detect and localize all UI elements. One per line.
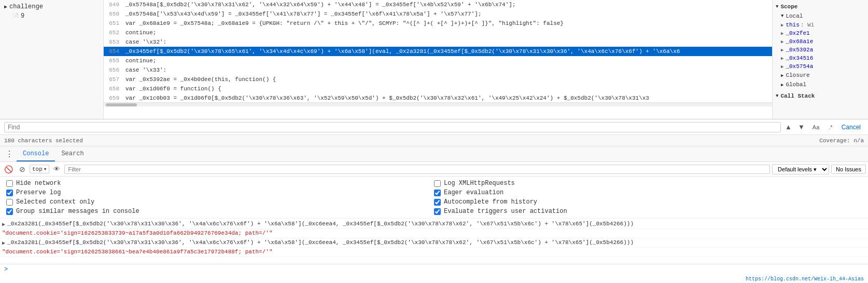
scope-item-arrow: ▶	[781, 47, 783, 53]
scope-item-name: _0x5392a	[786, 47, 813, 53]
console-entry[interactable]: ▶_0x2a3281(_0x3455ef[$_0x5db2('\x30\x78\…	[0, 220, 868, 229]
eye-button[interactable]: 👁	[51, 164, 62, 174]
file-tree-root[interactable]: ▶ challenge	[0, 2, 103, 11]
line-content: _0x57548a[$_0x5db2('\x30\x78\x31\x62', '…	[123, 2, 516, 8]
checkbox-hide-network[interactable]	[6, 180, 13, 187]
top-dropdown-icon: ▾	[44, 166, 47, 172]
no-issues-button[interactable]: No Issues	[831, 165, 866, 174]
entry-text: "document.cookie='sign=1626253833739~a17…	[2, 230, 864, 236]
find-cancel-button[interactable]: Cancel	[838, 123, 864, 132]
console-toolbar: 🚫 ⊘ top ▾ 👁 Default levels ▾ No Issues	[0, 162, 868, 177]
code-line-651: 651 var _0x68a1e9 = _0x57548a; _0x68a1e9…	[104, 19, 772, 28]
find-next-button[interactable]: ▼	[796, 122, 807, 132]
scope-header[interactable]: ▼ Scope	[773, 2, 868, 11]
scope-section: ▼ Scope ▼ Local ▶ this : Wi▶ _0x2fe1 ▶ _…	[773, 0, 868, 91]
checkbox-autocomplete[interactable]	[434, 199, 441, 206]
line-content: continue;	[123, 58, 156, 64]
console-entry[interactable]: "document.cookie='sign=1626253838661~bea…	[0, 248, 868, 257]
line-content: continue;	[123, 30, 156, 36]
code-line-659: 659 var _0x1c0b03 = _0x1d06f0[$_0x5db2('…	[104, 93, 772, 102]
call-stack-arrow: ▼	[776, 93, 778, 99]
checkbox-group-similar[interactable]	[6, 208, 13, 215]
line-content: _0x3455ef[$_0x5db2('\x30\x78\x65\x61', '…	[123, 48, 680, 55]
code-line-649: 649 _0x57548a[$_0x5db2('\x30\x78\x31\x62…	[104, 0, 772, 9]
top-label: top	[32, 166, 43, 172]
global-header[interactable]: ▶ Global	[773, 80, 868, 89]
settings-col-left: Hide networkPreserve logSelected context…	[6, 180, 434, 215]
code-line-650: 650 _0x57548a['\x53\x43\x4d\x59'] = _0x3…	[104, 9, 772, 19]
scope-item-this[interactable]: ▶ this : Wi	[773, 21, 868, 29]
checkbox-log-xml[interactable]	[434, 180, 441, 187]
line-number: 656	[104, 67, 123, 73]
console-entry[interactable]: "document.cookie='sign=1626253833739~a17…	[0, 229, 868, 238]
line-content: var _0x5392ae = _0x4b0dee(this, function…	[123, 76, 276, 83]
scope-item-arrow: ▶	[781, 39, 783, 45]
scope-item-_0x2fe1[interactable]: ▶ _0x2fe1	[773, 29, 868, 37]
scope-item-_0x68a1e[interactable]: ▶ _0x68a1e	[773, 37, 868, 46]
code-scrollbar[interactable]	[104, 102, 772, 106]
scope-item-_0x5392a[interactable]: ▶ _0x5392a	[773, 46, 868, 54]
find-prev-button[interactable]: ▲	[783, 122, 794, 132]
top-selector[interactable]: top ▾	[30, 165, 49, 173]
global-label: Global	[786, 82, 806, 88]
line-content: var _0x68a1e9 = _0x57548a; _0x68a1e9 = {…	[123, 20, 564, 26]
checkbox-selected-context[interactable]	[6, 199, 13, 206]
regex-button[interactable]: .*	[825, 123, 836, 132]
block-button[interactable]: ⊘	[17, 164, 27, 174]
clear-console-button[interactable]: 🚫	[2, 164, 15, 174]
line-number: 655	[104, 58, 123, 64]
file-tree: ▶ challenge 📄 9	[0, 0, 104, 119]
tab-search[interactable]: Search	[55, 147, 90, 161]
label-autocomplete: Autocomplete from history	[444, 198, 537, 206]
scope-items: ▶ this : Wi▶ _0x2fe1 ▶ _0x68a1e ▶ _0x539…	[773, 21, 868, 71]
settings-item-eager-eval: Eager evaluation	[434, 189, 862, 196]
find-input[interactable]	[4, 122, 781, 132]
global-arrow: ▶	[781, 82, 783, 88]
local-arrow: ▼	[781, 14, 783, 19]
find-bar: ▲ ▼ Aa .* Cancel	[0, 119, 868, 135]
console-prompt: >	[0, 264, 868, 275]
scope-item-name: this	[786, 22, 799, 28]
level-selector[interactable]: Default levels ▾	[772, 164, 829, 174]
scope-item-_0x34516[interactable]: ▶ _0x34516	[773, 54, 868, 62]
scope-label: Scope	[780, 4, 797, 10]
local-header[interactable]: ▼ Local	[773, 11, 868, 21]
settings-item-eval-triggers: Evaluate triggers user activation	[434, 208, 862, 215]
label-eager-eval: Eager evaluation	[444, 189, 503, 196]
line-content: case '\x32':	[123, 39, 166, 45]
label-eval-triggers: Evaluate triggers user activation	[444, 208, 567, 215]
line-number: 652	[104, 30, 123, 36]
scope-item-_0x5754a[interactable]: ▶ _0x5754a	[773, 62, 868, 71]
bottom-bar: https://blog.csdn.net/Weix-ih_44-Asias	[0, 275, 868, 283]
console-menu-button[interactable]: ⋮	[2, 147, 17, 161]
code-line-654: 654 _0x3455ef[$_0x5db2('\x30\x78\x65\x61…	[104, 47, 772, 56]
entry-text: _0x2a3281(_0x3455ef[$_0x5db2('\x30\x78\x…	[7, 239, 864, 246]
tab-console[interactable]: Console	[17, 147, 55, 161]
code-line-653: 653 case '\x32':	[104, 37, 772, 47]
console-input[interactable]	[11, 266, 15, 273]
filter-input[interactable]	[64, 165, 770, 174]
line-number: 653	[104, 39, 123, 45]
selected-text-status: 180 characters selected	[4, 138, 83, 144]
scope-item-arrow: ▶	[781, 64, 783, 70]
checkbox-eval-triggers[interactable]	[434, 208, 441, 215]
line-content: case '\x33':	[123, 67, 166, 73]
line-number: 659	[104, 95, 123, 101]
checkbox-preserve-log[interactable]	[6, 190, 13, 196]
code-lines[interactable]: 649 _0x57548a[$_0x5db2('\x30\x78\x31\x62…	[104, 0, 772, 102]
entry-text: _0x2a3281(_0x3455ef[$_0x5db2('\x30\x78\x…	[7, 221, 864, 227]
line-number: 654	[104, 48, 123, 55]
code-line-657: 657 var _0x5392ae = _0x4b0dee(this, func…	[104, 75, 772, 84]
checkbox-eager-eval[interactable]	[434, 190, 441, 196]
file-tree-child[interactable]: 📄 9	[0, 11, 103, 21]
console-output[interactable]: ▶_0x2a3281(_0x3455ef[$_0x5db2('\x30\x78\…	[0, 219, 868, 264]
console-entry[interactable]: ▶_0x2a3281(_0x3455ef[$_0x5db2('\x30\x78\…	[0, 238, 868, 248]
prompt-symbol: >	[4, 266, 8, 273]
scope-item-name: _0x68a1e	[786, 38, 813, 45]
label-group-similar: Group similar messages in console	[16, 208, 139, 215]
settings-col-right: Log XMLHttpRequestsEager evaluationAutoc…	[434, 180, 862, 215]
closure-header[interactable]: ▶ Closure	[773, 71, 868, 80]
match-case-button[interactable]: Aa	[809, 123, 823, 132]
call-stack-header[interactable]: ▼ Call Stack	[773, 91, 868, 101]
label-log-xml: Log XMLHttpRequests	[444, 180, 515, 187]
